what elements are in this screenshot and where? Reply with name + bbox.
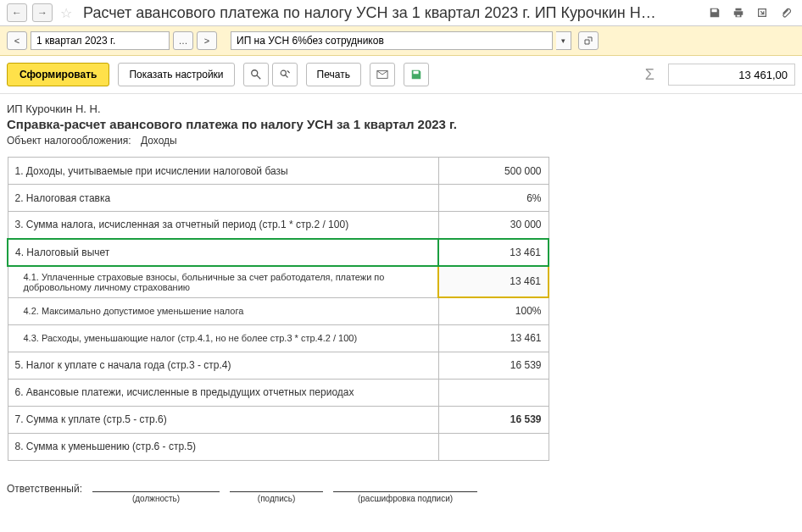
sig-cap-name: (расшифровка подписи) (333, 494, 477, 503)
row-4-3-value: 13 461 (438, 324, 549, 352)
row-8-label: 8. Сумма к уменьшению (стр.6 - стр.5) (8, 433, 438, 460)
row-5: 5. Налог к уплате с начала года (стр.3 -… (8, 352, 549, 379)
row-3: 3. Сумма налога, исчисленная за отчетный… (8, 212, 549, 239)
titlebar: ← → ☆ Расчет авансового платежа по налог… (0, 0, 802, 26)
toolbar: Сформировать Показать настройки Печать Σ (0, 56, 802, 94)
tax-object-value: Доходы (141, 135, 177, 147)
row-4-3-label: 4.3. Расходы, уменьшающие налог (стр.4.1… (8, 324, 438, 352)
email-icon[interactable] (370, 63, 395, 86)
period-prev-button[interactable]: < (7, 31, 27, 50)
print-button[interactable]: Печать (306, 63, 361, 86)
row-4-value: 13 461 (438, 239, 549, 266)
period-select-button[interactable]: … (173, 31, 193, 50)
row-1-value: 500 000 (438, 158, 549, 185)
svg-point-2 (281, 70, 286, 75)
attach-icon[interactable] (777, 4, 795, 21)
organization-dropdown-button[interactable]: ▾ (556, 31, 571, 50)
svg-line-3 (285, 75, 287, 77)
sig-line-position (92, 491, 220, 492)
sig-line-sign (230, 491, 323, 492)
row-2-value: 6% (438, 185, 549, 212)
row-7: 7. Сумма к уплате (стр.5 - стр.6) 16 539 (8, 406, 549, 433)
row-3-label: 3. Сумма налога, исчисленная за отчетный… (8, 212, 438, 239)
row-8: 8. Сумма к уменьшению (стр.6 - стр.5) (8, 433, 549, 460)
row-4-2-label: 4.2. Максимально допустимое уменьшение н… (8, 297, 438, 324)
row-5-value: 16 539 (438, 352, 549, 379)
external-icon[interactable] (753, 4, 771, 21)
organization-open-button[interactable] (578, 31, 599, 50)
favorite-star-icon[interactable]: ☆ (58, 5, 75, 21)
period-next-button[interactable]: > (197, 31, 217, 50)
calc-table: 1. Доходы, учитываемые при исчислении на… (7, 157, 549, 461)
show-settings-button[interactable]: Показать настройки (118, 63, 234, 86)
save-icon[interactable] (705, 4, 724, 21)
form-button[interactable]: Сформировать (7, 63, 109, 86)
row-5-label: 5. Налог к уплате с начала года (стр.3 -… (8, 352, 438, 379)
row-4-3: 4.3. Расходы, уменьшающие налог (стр.4.1… (8, 324, 549, 352)
row-4-label: 4. Налоговый вычет (8, 239, 438, 266)
row-1: 1. Доходы, учитываемые при исчислении на… (8, 158, 549, 185)
row-3-value: 30 000 (438, 212, 549, 239)
svg-line-1 (256, 75, 259, 79)
signature-area: Ответственный: (должность) (подпись) (ра… (7, 481, 795, 503)
period-bar: < … > ▾ (0, 26, 802, 56)
sigma-icon: Σ (640, 66, 660, 84)
period-input[interactable] (31, 31, 170, 50)
row-7-value: 16 539 (438, 406, 549, 433)
row-2: 2. Налоговая ставка 6% (8, 185, 549, 212)
row-6-label: 6. Авансовые платежи, исчисленные в пред… (8, 379, 438, 406)
row-4-1-label: 4.1. Уплаченные страховые взносы, больни… (8, 266, 438, 298)
report-body: ИП Курочкин Н. Н. Справка-расчет авансов… (0, 94, 802, 512)
tax-object-label: Объект налогообложения: (7, 135, 131, 147)
row-4-1: 4.1. Уплаченные страховые взносы, больни… (8, 266, 549, 298)
nav-back-button[interactable]: ← (7, 3, 27, 22)
row-1-label: 1. Доходы, учитываемые при исчислении на… (8, 158, 438, 185)
total-field[interactable] (668, 64, 795, 86)
refresh-icon[interactable] (272, 63, 298, 86)
row-2-label: 2. Налоговая ставка (8, 185, 438, 212)
responsible-label: Ответственный: (7, 481, 82, 495)
sig-line-name (333, 491, 477, 492)
page-title: Расчет авансового платежа по налогу УСН … (80, 4, 700, 22)
sig-cap-position: (должность) (92, 494, 220, 503)
row-4-2-value: 100% (438, 297, 549, 324)
row-6-value (438, 379, 549, 406)
find-icon[interactable] (243, 63, 269, 86)
save-report-icon[interactable] (404, 63, 429, 86)
print-icon[interactable] (729, 4, 748, 21)
sig-cap-sign: (подпись) (230, 494, 323, 503)
organization-input[interactable] (231, 31, 553, 50)
nav-forward-button[interactable]: → (32, 3, 53, 22)
row-7-label: 7. Сумма к уплате (стр.5 - стр.6) (8, 406, 438, 433)
row-4-2: 4.2. Максимально допустимое уменьшение н… (8, 297, 549, 324)
report-title: Справка-расчет авансового платежа по нал… (7, 117, 795, 131)
org-name: ИП Курочкин Н. Н. (7, 103, 795, 115)
row-4[interactable]: 4. Налоговый вычет 13 461 (8, 239, 549, 266)
svg-point-0 (251, 70, 257, 76)
row-8-value (438, 433, 549, 460)
row-4-1-value[interactable]: 13 461 (438, 266, 549, 298)
tax-object: Объект налогообложения: Доходы (7, 135, 795, 147)
row-6: 6. Авансовые платежи, исчисленные в пред… (8, 379, 549, 406)
